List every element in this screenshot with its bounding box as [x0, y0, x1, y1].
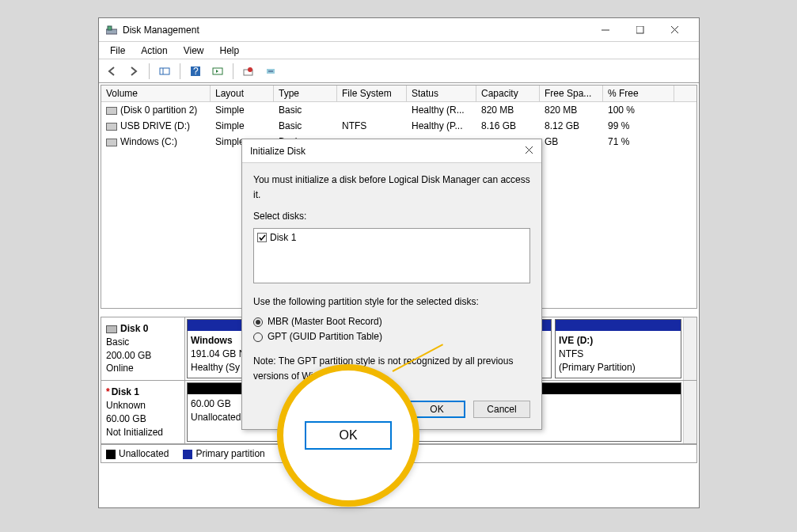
disk-list[interactable]: Disk 1 — [253, 228, 530, 283]
disk-header: *Disk 1 Unknown 60.00 GB Not Initialized — [101, 381, 185, 443]
radio-icon — [253, 332, 263, 342]
close-icon[interactable] — [526, 146, 533, 157]
menu-action[interactable]: Action — [133, 44, 175, 58]
col-filesystem[interactable]: File System — [337, 86, 407, 101]
volume-icon — [106, 139, 117, 146]
help-button[interactable]: ? — [186, 63, 205, 80]
table-header: Volume Layout Type File System Status Ca… — [101, 86, 696, 102]
properties-button[interactable] — [239, 63, 258, 80]
col-pctfree[interactable]: % Free — [603, 86, 674, 101]
checkbox-disk1[interactable] — [257, 233, 267, 242]
volume-icon — [106, 123, 117, 131]
svg-text:?: ? — [193, 66, 199, 77]
table-row[interactable]: (Disk 0 partition 2) Simple Basic Health… — [101, 102, 696, 118]
toolbar: ? — [99, 59, 699, 83]
partition[interactable]: IVE (D:) NTFS (Primary Partition) — [555, 319, 681, 378]
refresh-button[interactable] — [208, 63, 227, 80]
window-title: Disk Management — [123, 25, 199, 36]
disk-header: Disk 0 Basic 200.00 GB Online — [101, 317, 185, 380]
col-layout[interactable]: Layout — [211, 86, 274, 101]
maximize-button[interactable] — [623, 19, 658, 41]
warning-icon: * — [106, 386, 110, 397]
scrollbar[interactable] — [683, 317, 696, 380]
dialog-message: You must initialize a disk before Logica… — [253, 173, 530, 203]
menu-file[interactable]: File — [102, 44, 133, 58]
table-row[interactable]: USB DRIVE (D:) Simple Basic NTFS Healthy… — [101, 118, 696, 134]
disk-icon — [106, 325, 117, 333]
radio-mbr-option[interactable]: MBR (Master Boot Record) — [253, 314, 530, 329]
menubar: File Action View Help — [99, 42, 699, 59]
col-capacity[interactable]: Capacity — [476, 86, 540, 101]
scrollbar[interactable] — [683, 381, 696, 443]
radio-gpt-option[interactable]: GPT (GUID Partition Table) — [253, 329, 530, 344]
show-hide-button[interactable] — [155, 63, 174, 80]
dialog-titlebar: Initialize Disk — [242, 139, 541, 163]
action-button[interactable] — [261, 63, 280, 80]
legend-swatch-primary — [183, 450, 192, 459]
close-button[interactable] — [658, 19, 693, 41]
col-status[interactable]: Status — [407, 86, 476, 101]
app-icon — [105, 24, 118, 36]
dialog-title: Initialize Disk — [250, 146, 306, 157]
partition-style-label: Use the following partition style for th… — [253, 294, 530, 310]
dialog-body: You must initialize a disk before Logica… — [242, 163, 541, 394]
svg-rect-6 — [160, 68, 169, 74]
titlebar: Disk Management — [99, 18, 699, 42]
callout-bubble: OK — [277, 364, 419, 507]
legend-swatch-unallocated — [106, 450, 116, 459]
cancel-button[interactable]: Cancel — [473, 401, 530, 418]
back-button[interactable] — [102, 63, 121, 80]
minimize-button[interactable] — [588, 19, 623, 41]
svg-rect-1 — [108, 26, 112, 30]
radio-icon — [253, 317, 263, 327]
ok-button[interactable]: OK — [408, 401, 465, 418]
col-type[interactable]: Type — [274, 86, 337, 101]
col-volume[interactable]: Volume — [101, 86, 211, 101]
select-disks-label: Select disks: — [253, 209, 530, 224]
menu-view[interactable]: View — [176, 44, 212, 58]
volume-icon — [106, 107, 117, 115]
menu-help[interactable]: Help — [212, 44, 248, 58]
callout-ok-button: OK — [305, 421, 392, 450]
forward-button[interactable] — [124, 63, 143, 80]
svg-point-12 — [248, 67, 252, 72]
svg-rect-3 — [636, 26, 643, 33]
col-free[interactable]: Free Spa... — [540, 86, 603, 101]
